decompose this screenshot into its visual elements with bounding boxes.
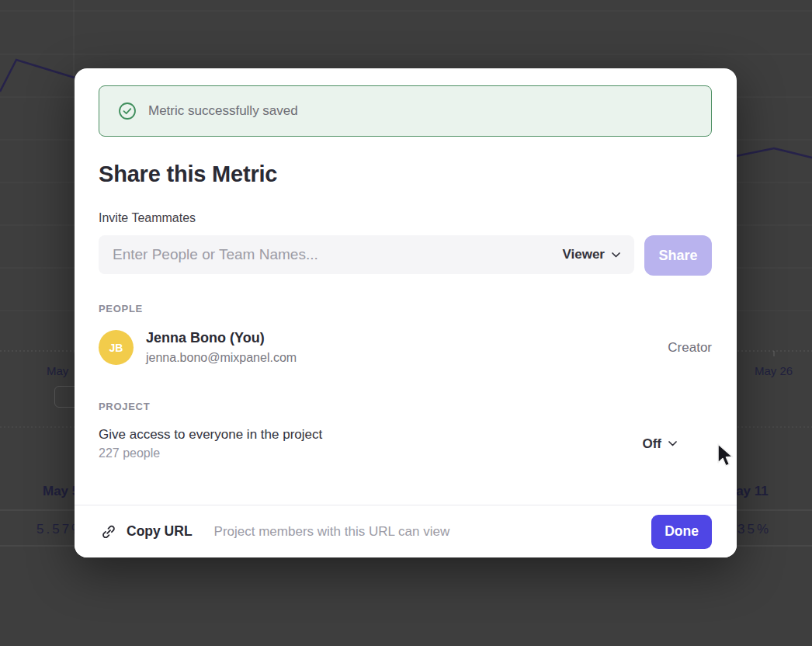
chevron-down-icon: [612, 252, 620, 258]
person-role: Creator: [668, 340, 712, 356]
chevron-down-icon: [668, 441, 677, 446]
mouse-cursor: [716, 443, 737, 469]
bg-axis-label-left: May: [47, 364, 68, 377]
role-dropdown-value: Viewer: [562, 247, 605, 262]
person-email: jenna.bono@mixpanel.com: [146, 351, 297, 365]
link-icon: [101, 524, 116, 540]
project-section-label: PROJECT: [99, 401, 712, 412]
role-dropdown[interactable]: Viewer: [562, 247, 620, 262]
modal-footer: Copy URL Project members with this URL c…: [75, 505, 737, 557]
person-info: Jenna Bono (You) jenna.bono@mixpanel.com: [146, 330, 297, 365]
people-section-label: PEOPLE: [99, 303, 712, 314]
share-button[interactable]: Share: [644, 235, 712, 276]
modal-title: Share this Metric: [99, 162, 712, 187]
person-row: JB Jenna Bono (You) jenna.bono@mixpanel.…: [99, 330, 712, 365]
invite-input[interactable]: [113, 246, 562, 263]
invite-row: Viewer Share: [99, 235, 712, 276]
invite-input-container[interactable]: Viewer: [99, 235, 634, 274]
toast-message: Metric successfully saved: [148, 103, 298, 119]
done-button[interactable]: Done: [651, 515, 712, 549]
footer-hint: Project members with this URL can view: [214, 524, 450, 540]
invite-teammates-label: Invite Teammates: [99, 211, 712, 225]
chart-line-left: [0, 60, 75, 92]
check-circle-icon: [118, 102, 137, 120]
project-access-row: Give access to everyone in the project 2…: [99, 427, 712, 460]
person-name: Jenna Bono (You): [146, 330, 297, 346]
project-access-text: Give access to everyone in the project 2…: [99, 427, 322, 460]
copy-url-button[interactable]: Copy URL: [101, 523, 193, 540]
bg-axis-label-right: May 26: [755, 364, 793, 377]
bg-table-value-right: 35%: [737, 522, 771, 537]
success-toast: Metric successfully saved: [99, 85, 712, 137]
avatar: JB: [99, 330, 134, 365]
project-access-dropdown-value: Off: [642, 436, 661, 452]
chart-line-right: [736, 148, 812, 158]
project-access-title: Give access to everyone in the project: [99, 427, 322, 443]
share-metric-modal: Metric successfully saved Share this Met…: [75, 68, 737, 557]
project-access-subtitle: 227 people: [99, 446, 322, 460]
project-access-dropdown[interactable]: Off: [642, 436, 677, 452]
copy-url-label: Copy URL: [127, 523, 193, 540]
